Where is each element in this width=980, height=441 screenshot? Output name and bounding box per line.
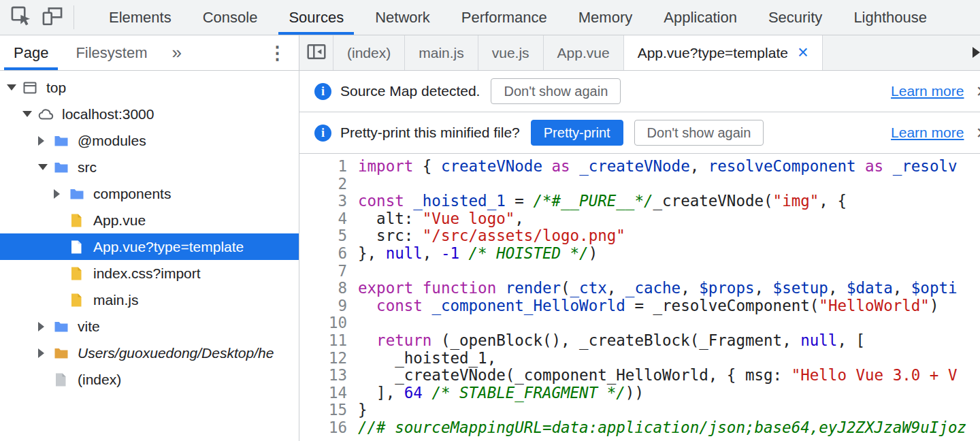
tree-item-app-vue-type-template[interactable]: App.vue?type=template — [0, 233, 299, 260]
code-line[interactable]: 13 _createVNode(_component_HelloWorld, {… — [299, 367, 980, 385]
tab-overflow-button[interactable] — [970, 45, 980, 61]
code-text[interactable]: alt: "Vue logo", — [358, 210, 524, 227]
code-line[interactable]: 8export function render(_ctx, _cache, $p… — [299, 280, 980, 297]
tree-item-modules[interactable]: @modules — [0, 127, 299, 154]
code-line[interactable]: 5 src: "/src/assets/logo.png" — [299, 227, 980, 245]
sidebar-tab-filesystem[interactable]: Filesystem — [62, 35, 161, 70]
tree-item-label: components — [93, 186, 171, 202]
line-number[interactable]: 15 — [299, 402, 347, 419]
code-line[interactable]: 6}, null, -1 /* HOISTED */) — [299, 245, 980, 263]
chevron-right-icon[interactable] — [38, 322, 53, 331]
chevron-down-icon[interactable] — [38, 164, 53, 170]
line-number[interactable]: 11 — [299, 332, 347, 350]
code-line[interactable]: 4 alt: "Vue logo", — [299, 210, 980, 228]
editor-tab-vue-js[interactable]: vue.js — [478, 35, 544, 70]
line-number[interactable]: 2 — [299, 176, 347, 193]
code-text[interactable]: } — [358, 401, 368, 419]
line-number[interactable]: 3 — [299, 193, 347, 210]
device-toolbar-button[interactable] — [37, 2, 68, 33]
tree-item-localhost-3000[interactable]: localhost:3000 — [0, 101, 299, 127]
devtools-tab-sources[interactable]: Sources — [273, 0, 359, 35]
code-line[interactable]: 7 — [299, 263, 980, 280]
code-text[interactable]: return (_openBlock(), _createBlock(_Frag… — [358, 331, 865, 349]
code-line[interactable]: 2 — [299, 176, 980, 193]
line-number[interactable]: 8 — [299, 280, 347, 297]
code-line[interactable]: 11 return (_openBlock(), _createBlock(_F… — [299, 332, 980, 350]
tree-item-index[interactable]: (index) — [0, 366, 299, 393]
line-number[interactable]: 7 — [299, 263, 347, 280]
line-number[interactable]: 9 — [299, 297, 347, 315]
code-line[interactable]: 10 — [299, 314, 980, 332]
close-icon[interactable]: × — [976, 81, 980, 101]
code-token: "Vue logo" — [423, 210, 514, 227]
devtools-tab-application[interactable]: Application — [648, 0, 753, 35]
inspect-element-button[interactable] — [5, 2, 37, 33]
code-text[interactable]: //# sourceMappingURL=data:application/js… — [358, 419, 966, 436]
line-number[interactable]: 10 — [299, 314, 347, 332]
line-number[interactable]: 4 — [299, 210, 347, 228]
tree-item-app-vue[interactable]: App.vue — [0, 207, 299, 233]
code-line[interactable]: 15} — [299, 402, 980, 419]
line-number[interactable]: 13 — [299, 367, 347, 385]
line-number[interactable]: 12 — [299, 350, 347, 368]
sidebar-tab-page[interactable]: Page — [0, 35, 62, 70]
editor-tab-main-js[interactable]: main.js — [405, 35, 478, 70]
chevron-right-icon[interactable] — [54, 189, 69, 199]
close-icon[interactable]: × — [976, 122, 980, 143]
code-token: )) — [625, 384, 644, 402]
code-text[interactable]: import { createVNode as _createVNode, re… — [358, 157, 958, 175]
file-icon — [69, 265, 88, 282]
editor-tab-app-vue-type-template[interactable]: App.vue?type=template× — [624, 35, 823, 70]
pretty-print-button[interactable]: Pretty-print — [531, 120, 623, 146]
code-token: _hoisted_1 — [413, 192, 505, 210]
line-number[interactable]: 14 — [299, 385, 347, 402]
code-text[interactable]: }, null, -1 /* HOISTED */) — [358, 244, 598, 262]
devtools-tab-performance[interactable]: Performance — [446, 0, 563, 35]
line-number[interactable]: 6 — [299, 245, 347, 263]
devtools-tab-network[interactable]: Network — [359, 0, 446, 35]
code-text[interactable]: src: "/src/assets/logo.png" — [358, 227, 625, 244]
learn-more-link[interactable]: Learn more — [891, 125, 964, 141]
tree-item-main-js[interactable]: main.js — [0, 287, 299, 313]
tree-item-index-css-import[interactable]: index.css?import — [0, 260, 299, 287]
code-line[interactable]: 14 ], 64 /* STABLE_FRAGMENT */)) — [299, 385, 980, 402]
navigator-menu-icon[interactable]: ⋮ — [268, 42, 287, 64]
code-text[interactable]: const _component_HelloWorld = _resolveCo… — [358, 297, 938, 314]
code-text[interactable]: const _hoisted_1 = /*#__PURE__*/_createV… — [358, 192, 847, 210]
tree-item-src[interactable]: src — [0, 154, 299, 180]
chevron-right-icon[interactable] — [38, 348, 53, 358]
code-line[interactable]: 16//# sourceMappingURL=data:application/… — [299, 419, 980, 437]
code-text[interactable]: _createVNode(_component_HelloWorld, { ms… — [358, 366, 958, 384]
devtools-tab-memory[interactable]: Memory — [563, 0, 648, 35]
don-t-show-again-button[interactable]: Don't show again — [634, 120, 764, 146]
code-editor[interactable]: 1import { createVNode as _createVNode, r… — [299, 154, 980, 441]
line-number[interactable]: 1 — [299, 158, 347, 176]
code-text[interactable]: _hoisted_1, — [358, 349, 496, 367]
devtools-tab-elements[interactable]: Elements — [93, 0, 187, 35]
code-line[interactable]: 12 _hoisted_1, — [299, 350, 980, 368]
editor-tab-index[interactable]: (index) — [333, 35, 405, 70]
devtools-tab-lighthouse[interactable]: Lighthouse — [838, 0, 943, 35]
tree-item-top[interactable]: top — [0, 74, 299, 101]
tree-item-vite[interactable]: vite — [0, 313, 299, 340]
code-line[interactable]: 9 const _component_HelloWorld = _resolve… — [299, 297, 980, 315]
code-text[interactable]: export function render(_ctx, _cache, $pr… — [358, 279, 958, 297]
chevron-right-icon[interactable] — [38, 136, 53, 146]
close-tab-icon[interactable]: × — [798, 44, 808, 62]
don-t-show-again-button[interactable]: Don't show again — [491, 78, 621, 104]
code-line[interactable]: 1import { createVNode as _createVNode, r… — [299, 158, 980, 176]
learn-more-link[interactable]: Learn more — [891, 83, 964, 99]
chevron-down-icon[interactable] — [22, 111, 37, 117]
tree-item-users-guoxuedong-desktop-he[interactable]: Users/guoxuedong/Desktop/he — [0, 340, 299, 366]
line-number[interactable]: 16 — [299, 419, 347, 437]
tree-item-components[interactable]: components — [0, 180, 299, 207]
editor-tab-app-vue[interactable]: App.vue — [544, 35, 624, 70]
more-tabs-chevron-icon[interactable]: » — [172, 42, 182, 63]
chevron-down-icon[interactable] — [7, 84, 22, 91]
code-line[interactable]: 3const _hoisted_1 = /*#__PURE__*/_create… — [299, 193, 980, 210]
devtools-tab-console[interactable]: Console — [187, 0, 274, 35]
line-number[interactable]: 5 — [299, 227, 347, 245]
devtools-tab-security[interactable]: Security — [753, 0, 838, 35]
toggle-navigator-button[interactable] — [299, 35, 333, 70]
code-text[interactable]: ], 64 /* STABLE_FRAGMENT */)) — [358, 384, 644, 402]
